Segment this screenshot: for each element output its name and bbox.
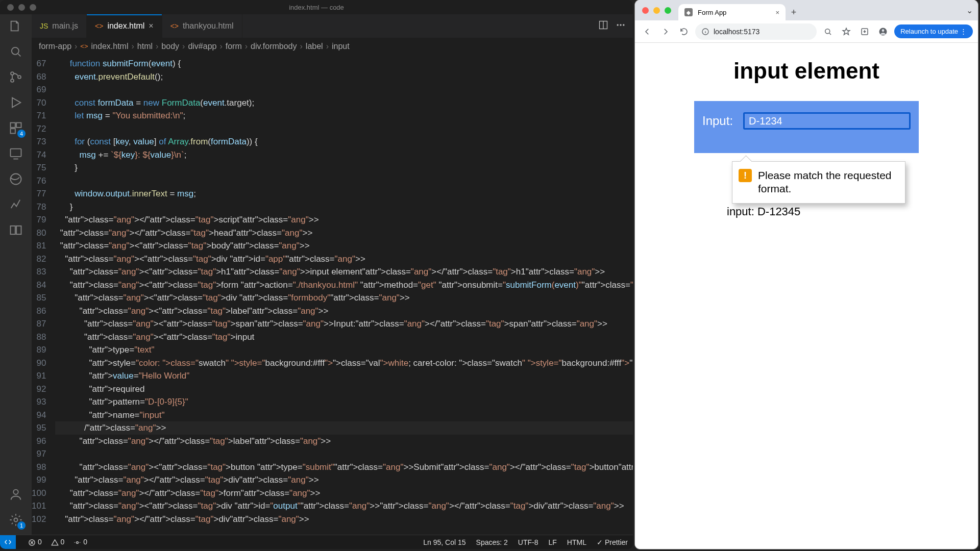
extensions-icon[interactable]: 4: [8, 120, 23, 136]
status-formatter[interactable]: ✓ Prettier: [597, 538, 628, 546]
page-content: input element Input: ! Please match the …: [635, 43, 978, 549]
tab-main-js[interactable]: JS main.js: [32, 14, 87, 38]
status-spaces[interactable]: Spaces: 2: [476, 538, 508, 546]
svg-point-3: [18, 76, 21, 79]
breadcrumb-item[interactable]: div.formbody: [251, 42, 297, 51]
breadcrumb-item[interactable]: index.html: [91, 42, 129, 51]
close-tab-icon[interactable]: ×: [775, 9, 779, 16]
code-editor[interactable]: 6768697071727374757677787980818283848586…: [32, 55, 633, 535]
breadcrumb-item[interactable]: input: [332, 42, 350, 51]
status-encoding[interactable]: UTF-8: [518, 538, 538, 546]
form-body: Input:: [694, 101, 919, 153]
breadcrumb[interactable]: form-app› <> index.html› html› body› div…: [32, 38, 633, 55]
svg-point-2: [11, 79, 14, 82]
code-content[interactable]: function submitForm(event) { event.preve…: [55, 55, 633, 528]
back-button[interactable]: [640, 24, 654, 39]
svg-point-20: [825, 29, 830, 33]
svg-point-11: [13, 490, 18, 494]
html-file-icon: <>: [170, 22, 179, 30]
close-tab-icon[interactable]: ×: [149, 21, 153, 31]
editor-area: JS main.js <> index.html × <> thankyou.h…: [32, 14, 633, 535]
extensions-badge: 4: [17, 130, 26, 138]
editor-tabs: JS main.js <> index.html × <> thankyou.h…: [32, 14, 633, 38]
chrome-window: ◆ Form App × + ⌄ localhost:5173 Relaunch…: [635, 0, 978, 549]
bookmark-icon[interactable]: [839, 24, 853, 39]
settings-gear-icon[interactable]: 1: [8, 512, 23, 528]
breadcrumb-item[interactable]: body: [161, 42, 179, 51]
forward-button[interactable]: [658, 24, 673, 39]
zoom-icon[interactable]: [821, 24, 835, 39]
explorer-icon[interactable]: [8, 18, 23, 34]
vscode-titlebar: index.html — code: [0, 0, 633, 14]
profile-icon[interactable]: [876, 24, 890, 39]
breadcrumb-item[interactable]: html: [137, 42, 153, 51]
status-warnings[interactable]: 0: [51, 538, 65, 546]
settings-badge: 1: [17, 521, 26, 530]
browser-tab[interactable]: ◆ Form App ×: [678, 4, 786, 20]
status-ports[interactable]: 0: [74, 538, 87, 546]
status-errors[interactable]: 0: [28, 538, 42, 546]
site-info-icon[interactable]: [701, 28, 709, 36]
svg-rect-9: [11, 226, 15, 234]
relaunch-button[interactable]: Relaunch to update ⋮: [894, 24, 973, 38]
svg-rect-6: [11, 129, 15, 133]
tab-thankyou-html[interactable]: <> thankyou.html: [162, 14, 242, 38]
breadcrumb-item[interactable]: label: [306, 42, 323, 51]
more-actions-icon[interactable]: [616, 20, 626, 32]
address-bar[interactable]: localhost:5173: [695, 23, 817, 40]
chrome-traffic-lights: [635, 7, 678, 14]
svg-rect-4: [11, 123, 15, 128]
tab-overflow-icon[interactable]: ⌄: [961, 6, 978, 15]
page-title: input element: [733, 58, 879, 84]
install-app-icon[interactable]: [857, 24, 872, 39]
edge-tools-icon[interactable]: [8, 171, 23, 187]
vscode-traffic-lights: [0, 4, 43, 11]
containers-icon[interactable]: [8, 222, 23, 238]
remote-explorer-icon[interactable]: [8, 146, 23, 161]
svg-point-16: [623, 24, 624, 26]
html-file-icon: <>: [95, 22, 103, 30]
close-window-icon[interactable]: [7, 4, 14, 11]
status-eol[interactable]: LF: [549, 538, 557, 546]
svg-rect-10: [16, 226, 21, 234]
input-label: Input:: [702, 114, 733, 128]
js-file-icon: JS: [40, 22, 48, 30]
new-tab-button[interactable]: +: [786, 4, 802, 20]
validation-message: Please match the requested format.: [758, 169, 897, 196]
search-icon[interactable]: [8, 44, 23, 59]
breadcrumb-item[interactable]: div#app: [188, 42, 216, 51]
svg-point-15: [620, 24, 621, 26]
breadcrumb-item[interactable]: form-app: [39, 42, 71, 51]
remote-indicator[interactable]: [0, 535, 16, 549]
chrome-toolbar: localhost:5173 Relaunch to update ⋮: [635, 20, 978, 43]
pattern-input[interactable]: [743, 112, 911, 130]
minimize-window-icon[interactable]: [653, 7, 660, 14]
run-debug-icon[interactable]: [8, 95, 23, 110]
accounts-icon[interactable]: [8, 487, 23, 502]
chrome-tabstrip: ◆ Form App × + ⌄: [635, 0, 978, 20]
editor-actions: [591, 14, 633, 38]
svg-rect-7: [11, 149, 21, 157]
zoom-window-icon[interactable]: [30, 4, 36, 11]
status-language[interactable]: HTML: [567, 538, 586, 546]
url-text: localhost:5173: [714, 28, 760, 36]
vscode-window-title: index.html — code: [289, 4, 344, 11]
graph-icon[interactable]: [8, 197, 23, 212]
tab-index-html[interactable]: <> index.html ×: [87, 14, 162, 38]
breadcrumb-item[interactable]: form: [226, 42, 242, 51]
output-text: input: D-12345: [727, 205, 800, 218]
source-control-icon[interactable]: [8, 69, 23, 85]
minimize-window-icon[interactable]: [18, 4, 25, 11]
close-window-icon[interactable]: [642, 7, 649, 14]
svg-rect-5: [16, 123, 21, 128]
svg-point-0: [12, 47, 19, 55]
tab-label: main.js: [52, 21, 78, 31]
reload-button[interactable]: [677, 24, 691, 39]
svg-point-23: [882, 29, 885, 32]
split-editor-icon[interactable]: [598, 20, 608, 32]
warning-icon: !: [739, 169, 752, 182]
status-cursor[interactable]: Ln 95, Col 15: [423, 538, 465, 546]
zoom-window-icon[interactable]: [665, 7, 671, 14]
tab-label: index.html: [107, 21, 144, 31]
status-bar: 0 0 0 Ln 95, Col 15 Spaces: 2 UTF-8 LF H…: [0, 535, 633, 549]
